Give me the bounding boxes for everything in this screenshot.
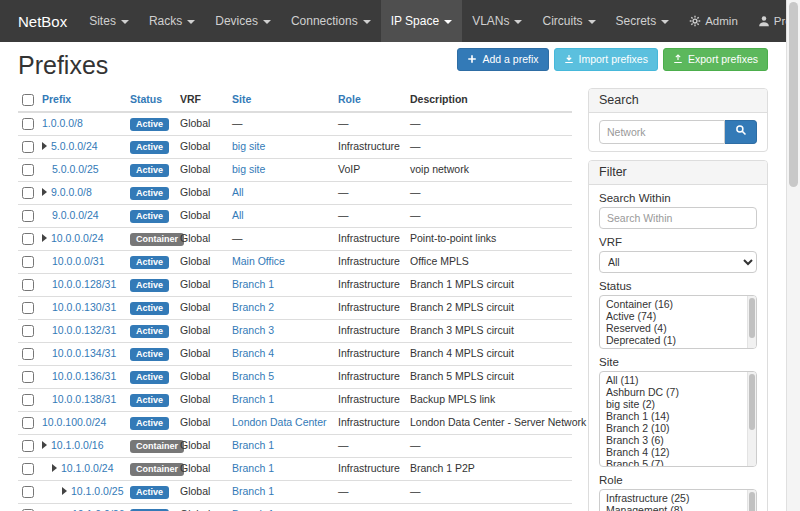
nav-item-sites[interactable]: Sites — [79, 0, 139, 42]
column-header-status[interactable]: Status — [130, 93, 162, 105]
status-listbox-scrollbar[interactable] — [747, 296, 756, 348]
listbox-option[interactable]: big site (2) — [600, 398, 756, 410]
row-checkbox[interactable] — [22, 463, 34, 475]
prefix-link[interactable]: 5.0.0.0/24 — [51, 140, 98, 152]
site-link[interactable]: big site — [232, 140, 265, 152]
nav-item-connections[interactable]: Connections — [281, 0, 381, 42]
site-link[interactable]: Branch 1 — [232, 462, 274, 474]
page-scrollbar[interactable] — [786, 0, 800, 511]
site-link[interactable]: Branch 1 — [232, 485, 274, 497]
site-listbox-scrollbar[interactable] — [747, 372, 756, 466]
row-checkbox[interactable] — [22, 302, 34, 314]
row-checkbox[interactable] — [22, 141, 34, 153]
prefix-cell: 9.0.0.0/24 — [38, 204, 126, 227]
prefix-link[interactable]: 10.0.0.128/31 — [52, 278, 116, 290]
listbox-option[interactable]: Branch 1 (14) — [600, 410, 756, 422]
row-checkbox[interactable] — [22, 371, 34, 383]
nav-item-ip-space[interactable]: IP Space — [381, 0, 462, 42]
vrf-select[interactable]: All — [599, 251, 757, 273]
site-link[interactable]: Branch 1 — [232, 393, 274, 405]
description-cell: London Data Center - Server Network — [406, 411, 572, 434]
row-checkbox[interactable] — [22, 233, 34, 245]
column-header-prefix[interactable]: Prefix — [42, 93, 71, 105]
row-checkbox[interactable] — [22, 440, 34, 452]
site-link[interactable]: big site — [232, 163, 265, 175]
nav-item-admin[interactable]: Admin — [679, 0, 748, 42]
site-listbox[interactable]: All (11)Ashburn DC (7)big site (2)Branch… — [599, 371, 757, 467]
row-checkbox[interactable] — [22, 394, 34, 406]
row-checkbox[interactable] — [22, 187, 34, 199]
prefix-link[interactable]: 10.0.0.136/31 — [52, 370, 116, 382]
listbox-option[interactable]: Reserved (4) — [600, 322, 756, 334]
column-header-site[interactable]: Site — [232, 93, 251, 105]
row-checkbox[interactable] — [22, 118, 34, 130]
row-checkbox[interactable] — [22, 164, 34, 176]
select-all-checkbox[interactable] — [22, 94, 34, 106]
listbox-option[interactable]: All (11) — [600, 374, 756, 386]
prefix-link[interactable]: 5.0.0.0/25 — [52, 163, 99, 175]
table-row: 10.0.100.0/24ActiveGlobalLondon Data Cen… — [18, 411, 572, 434]
nav-item-circuits[interactable]: Circuits — [532, 0, 605, 42]
site-link[interactable]: All — [232, 186, 244, 198]
site-link[interactable]: Main Office — [232, 255, 285, 267]
column-header-role[interactable]: Role — [338, 93, 361, 105]
listbox-option[interactable]: Ashburn DC (7) — [600, 386, 756, 398]
listbox-option[interactable]: Deprecated (1) — [600, 334, 756, 346]
row-checkbox[interactable] — [22, 279, 34, 291]
listbox-option[interactable]: Active (74) — [600, 310, 756, 322]
role-cell: — — [334, 434, 406, 457]
prefix-link[interactable]: 10.0.100.0/24 — [42, 416, 106, 428]
role-listbox[interactable]: Infrastructure (25)Management (8)Private… — [599, 489, 757, 511]
listbox-option[interactable]: Infrastructure (25) — [600, 492, 756, 504]
search-button[interactable] — [725, 120, 757, 144]
nav-item-vlans[interactable]: VLANs — [462, 0, 532, 42]
role-cell: Infrastructure — [334, 365, 406, 388]
prefix-link[interactable]: 10.0.0.138/31 — [52, 393, 116, 405]
listbox-option[interactable]: Branch 4 (12) — [600, 446, 756, 458]
site-link[interactable]: Branch 3 — [232, 324, 274, 336]
site-link[interactable]: Branch 5 — [232, 370, 274, 382]
row-checkbox[interactable] — [22, 348, 34, 360]
role-listbox-scrollbar[interactable] — [747, 490, 756, 511]
prefix-link[interactable]: 9.0.0.0/24 — [52, 209, 99, 221]
prefix-link[interactable]: 10.1.0.0/24 — [61, 462, 114, 474]
row-checkbox[interactable] — [22, 256, 34, 268]
site-link[interactable]: All — [232, 209, 244, 221]
site-link[interactable]: Branch 2 — [232, 301, 274, 313]
prefix-link[interactable]: 10.0.0.0/24 — [51, 232, 104, 244]
listbox-option[interactable]: Branch 2 (10) — [600, 422, 756, 434]
prefix-link[interactable]: 10.0.0.134/31 — [52, 347, 116, 359]
import-prefixes-button[interactable]: Import prefixes — [554, 48, 658, 71]
listbox-option[interactable]: Branch 3 (6) — [600, 434, 756, 446]
prefix-link[interactable]: 10.0.0.0/31 — [52, 255, 105, 267]
listbox-option[interactable]: Container (16) — [600, 298, 756, 310]
nav-item-devices[interactable]: Devices — [205, 0, 281, 42]
brand-logo[interactable]: NetBox — [6, 0, 79, 42]
search-within-input[interactable] — [599, 207, 757, 229]
row-checkbox[interactable] — [22, 486, 34, 498]
nav-item-racks[interactable]: Racks — [139, 0, 205, 42]
nav-item-secrets[interactable]: Secrets — [606, 0, 680, 42]
page-scrollbar-thumb[interactable] — [789, 2, 798, 187]
row-checkbox[interactable] — [22, 210, 34, 222]
site-link[interactable]: Branch 4 — [232, 347, 274, 359]
site-link[interactable]: Branch 1 — [232, 439, 274, 451]
listbox-option[interactable]: Branch 5 (7) — [600, 458, 756, 467]
status-listbox[interactable]: Container (16)Active (74)Reserved (4)Dep… — [599, 295, 757, 349]
prefix-link[interactable]: 10.0.0.130/31 — [52, 301, 116, 313]
prefix-link[interactable]: 10.1.0.0/25 — [71, 485, 124, 497]
page-root: NetBox SitesRacksDevicesConnectionsIP Sp… — [0, 0, 786, 511]
prefix-link[interactable]: 10.1.0.0/16 — [51, 439, 104, 451]
site-link[interactable]: Branch 1 — [232, 278, 274, 290]
site-link[interactable]: London Data Center — [232, 416, 327, 428]
search-input[interactable] — [599, 120, 725, 144]
export-prefixes-button[interactable]: Export prefixes — [663, 48, 768, 71]
row-checkbox[interactable] — [22, 325, 34, 337]
row-checkbox[interactable] — [22, 417, 34, 429]
prefix-link[interactable]: 1.0.0.0/8 — [42, 117, 83, 129]
prefix-link[interactable]: 10.0.0.132/31 — [52, 324, 116, 336]
has-children-arrow-icon — [62, 487, 67, 495]
prefix-link[interactable]: 9.0.0.0/8 — [51, 186, 92, 198]
add-a-prefix-button[interactable]: Add a prefix — [457, 48, 548, 71]
listbox-option[interactable]: Management (8) — [600, 504, 756, 511]
